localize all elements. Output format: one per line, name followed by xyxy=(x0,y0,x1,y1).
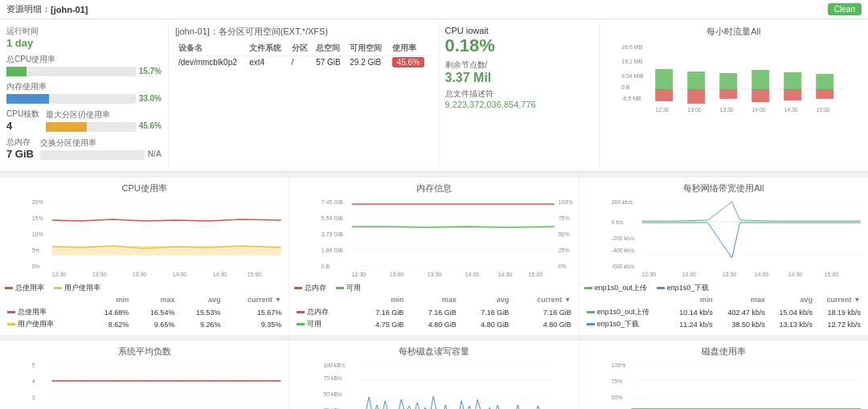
clean-badge: Clean xyxy=(828,3,862,15)
stats-row: 用户使用率 8.62% 9.65% 9.26% 9.35% xyxy=(5,318,284,330)
stats-name: 总内存 xyxy=(294,305,353,318)
cpu-iowait-panel: CPU iowait 0.18% 剩余节点数/ 3.37 Mil 总文件描述符 … xyxy=(439,22,600,168)
svg-text:13:30: 13:30 xyxy=(719,107,734,112)
svg-text:-400 kb/s: -400 kb/s xyxy=(611,247,634,253)
stats-col-avg: avg xyxy=(177,295,223,305)
svg-text:100 kB/s: 100 kB/s xyxy=(323,362,346,368)
max-part-bar-fill xyxy=(46,122,87,132)
stats-current: 7.16 GiB xyxy=(511,305,573,318)
stats-min: 8.62% xyxy=(85,318,131,330)
legend-net-down: enp1s0_下载 xyxy=(657,283,710,293)
disk-total: 57 GiB xyxy=(313,56,346,69)
runtime-label: 运行时间 xyxy=(6,26,162,37)
svg-text:5: 5 xyxy=(32,362,35,368)
cpu-chart-svg: 20% 15% 10% 5% 0% 12:30 13:00 xyxy=(29,198,284,278)
load-chart-svg: 5 4 3 2 1 12:30 13:00 13:30 14:00 14:30 xyxy=(29,361,284,409)
disk-table-row: /dev/mmcblk0p2 ext4 / 57 GiB 29.2 GiB 45… xyxy=(175,56,432,69)
hourly-traffic-chart: 28.6 MB 19.1 MB 9.54 MiB 0 B -9.5 MB 12:… xyxy=(606,41,862,113)
stats-avg: 13.13 kb/s xyxy=(768,318,815,330)
legend-label-user: 用户使用率 xyxy=(64,283,100,293)
svg-text:13:00: 13:00 xyxy=(687,107,702,112)
mem-usage-label: 内存使用率 xyxy=(6,81,162,92)
svg-text:0 b/s: 0 b/s xyxy=(611,219,624,225)
load-chart-wrap: 5 4 3 2 1 12:30 13:00 13:30 14:00 14:30 xyxy=(29,361,284,409)
stats-max: 16.54% xyxy=(131,305,177,318)
svg-text:50 kB/s: 50 kB/s xyxy=(323,391,342,397)
svg-rect-10 xyxy=(719,73,737,89)
mem-chart-title: 内存信息 xyxy=(294,182,573,194)
cpu-usage-pct: 15.7% xyxy=(139,67,162,76)
svg-text:-600 kb/s: -600 kb/s xyxy=(611,264,634,269)
cpu-chart-wrap: 20% 15% 10% 5% 0% 12:30 13:00 xyxy=(29,198,284,280)
svg-text:0%: 0% xyxy=(559,264,567,269)
mem-usage-pct: 33.0% xyxy=(139,94,162,103)
stats-col-min: min xyxy=(85,295,131,305)
disk-usage-chart-title: 磁盘使用率 xyxy=(584,346,863,358)
col-mount: 分区 xyxy=(289,41,313,56)
charts-row-1: CPU使用率 20% 15% 10% 5% 0% xyxy=(0,177,868,335)
svg-text:14:00: 14:00 xyxy=(465,272,480,277)
stats-current: 12.72 kb/s xyxy=(815,318,863,330)
svg-rect-6 xyxy=(655,69,673,89)
disk-io-chart-panel: 每秒磁盘读写容量 写入(↑)/写入(↓) 100 kB/s 75 kB/s 50… xyxy=(289,341,579,409)
mem-legend: 总内存 可用 xyxy=(294,283,573,293)
stats-avg: 15.53% xyxy=(177,305,223,318)
svg-text:3: 3 xyxy=(32,395,35,400)
svg-text:10%: 10% xyxy=(32,231,43,237)
stats-row: enp1s0_out上传 10.14 kb/s 402.47 kb/s 15.0… xyxy=(584,305,863,318)
stats-col-name xyxy=(5,295,85,305)
col-total: 总空间 xyxy=(313,41,346,56)
stats-min: 7.16 GiB xyxy=(354,305,407,318)
svg-text:13:00: 13:00 xyxy=(682,272,696,277)
cpu-usage-label: 总CPU使用率 xyxy=(6,54,162,65)
svg-text:200 kb/s: 200 kb/s xyxy=(611,199,633,205)
total-mem-value: 7 GiB xyxy=(6,148,34,160)
net-legend: enp1s0_out上传 enp1s0_下载 xyxy=(584,283,863,293)
hourly-traffic-panel: 每小时流量All 28.6 MB 19.1 MB 9.54 MiB 0 B -9… xyxy=(600,22,869,168)
svg-rect-8 xyxy=(687,72,705,89)
stats-min: 14.68% xyxy=(85,305,131,318)
svg-text:14:30: 14:30 xyxy=(784,107,798,112)
stats-col-current: current ▼ xyxy=(223,295,285,305)
file-desc-value: 9,223,372,036,854,776 xyxy=(445,100,592,109)
svg-text:13:30: 13:30 xyxy=(722,272,736,277)
svg-text:14:30: 14:30 xyxy=(213,272,227,277)
svg-text:50%: 50% xyxy=(559,231,570,237)
stats-min: 10.14 kb/s xyxy=(668,305,715,318)
cpu-iowait-value: 0.18% xyxy=(445,35,592,56)
top-panel: 运行时间 1 day 总CPU使用率 15.7% 内存使用率 33.0% xyxy=(0,19,868,172)
cpu-count-row: CPU核数 4 最大分区(/)使用率 45.6% xyxy=(6,108,162,132)
svg-text:75 kB/s: 75 kB/s xyxy=(323,375,342,381)
svg-text:12:30: 12:30 xyxy=(352,272,366,277)
stats-name: 可用 xyxy=(294,318,353,330)
mem-chart-wrap: 7.45 GiB 5.59 GiB 3.73 GiB 1.86 GiB 0 B … xyxy=(318,198,573,280)
legend-label-net-down: enp1s0_下载 xyxy=(667,283,710,293)
net-chart-panel: 每秒网络带宽使用All 200 kb/s 0 b/s -200 kb/s -40… xyxy=(579,178,868,335)
col-pct: 使用率 xyxy=(389,41,432,56)
mem-usage-bar xyxy=(6,94,136,104)
legend-dot-user xyxy=(54,287,62,289)
svg-text:14:30: 14:30 xyxy=(498,272,513,277)
max-part-label: 最大分区(/)使用率 xyxy=(46,109,162,121)
disk-io-chart-svg: 100 kB/s 75 kB/s 50 kB/s 25 kB/s 0 B/s -… xyxy=(306,361,573,409)
svg-text:13:00: 13:00 xyxy=(390,272,404,277)
stats-name: enp1s0_下载 xyxy=(584,318,668,330)
legend-label-avail: 可用 xyxy=(346,283,361,293)
cpu-chart-title: CPU使用率 xyxy=(5,182,284,194)
net-stats-table: min max avg current ▼ enp1s0_out上传 10.14… xyxy=(584,295,863,330)
stats-name: 用户使用率 xyxy=(5,318,85,330)
svg-text:19.1 MB: 19.1 MB xyxy=(621,59,642,64)
cpu-iowait-label: CPU iowait xyxy=(445,26,592,35)
svg-text:5%: 5% xyxy=(32,247,40,253)
header-title: [john-01] xyxy=(51,5,88,14)
stats-max: 9.65% xyxy=(131,318,177,330)
svg-text:100%: 100% xyxy=(611,362,625,368)
svg-text:-9.5 MB: -9.5 MB xyxy=(621,96,641,101)
total-mem-row: 总内存 7 GiB 交换分区使用率 N/A xyxy=(6,137,162,160)
max-part-bar xyxy=(46,122,136,132)
svg-rect-15 xyxy=(784,89,801,100)
net-chart-wrap: 200 kb/s 0 b/s -200 kb/s -400 kb/s -600 … xyxy=(608,198,863,280)
net-chart-svg: 200 kb/s 0 b/s -200 kb/s -400 kb/s -600 … xyxy=(608,198,863,278)
header: 资源明细： [john-01] Clean xyxy=(0,0,868,19)
disk-section-title: [john-01]：各分区可用空间(EXT.*/XFS) xyxy=(175,26,432,38)
